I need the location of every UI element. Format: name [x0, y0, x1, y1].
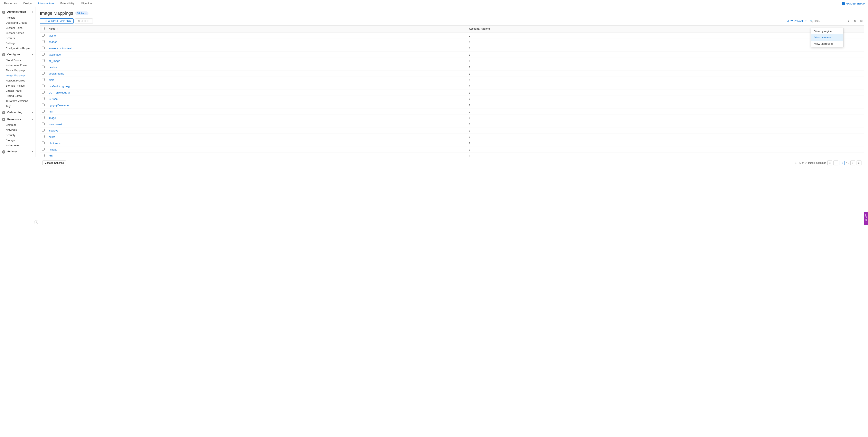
sidebar-item-tags[interactable]: Tags	[0, 104, 36, 109]
row-select-8[interactable]	[42, 85, 44, 87]
row-select-12[interactable]	[42, 110, 44, 112]
dropdown-item-view-by-name[interactable]: View by name	[811, 34, 843, 41]
row-select-3[interactable]	[42, 53, 44, 56]
row-name-link-11[interactable]: hguguyDeleteme	[49, 104, 69, 107]
row-select-17[interactable]	[42, 141, 44, 144]
row-name-link-8[interactable]: dsafasd + dgdasgd	[49, 85, 71, 88]
row-checkbox-10	[40, 96, 46, 102]
pagination-current-page: 1	[840, 161, 845, 165]
select-all-checkbox[interactable]	[42, 27, 44, 30]
sidebar-collapse-button[interactable]: 《	[34, 220, 38, 224]
dropdown-item-view-ungrouped[interactable]: View ungrouped	[811, 41, 843, 47]
refresh-icon[interactable]: ↻	[852, 19, 857, 24]
row-name-link-1[interactable]: asddas	[49, 40, 57, 43]
nav-infrastructure[interactable]: Infrastructure	[37, 0, 55, 7]
search-input[interactable]	[814, 20, 842, 23]
sidebar-header-activity[interactable]: ◷ Activity ▾	[0, 149, 36, 155]
guided-setup-link[interactable]: GUIDED SETUP	[842, 2, 865, 5]
row-name-link-4[interactable]: az_image	[49, 60, 60, 63]
support-tab[interactable]: SUPPORT	[864, 212, 868, 225]
sidebar-header-onboarding[interactable]: ⊕ Onboarding ▾	[0, 109, 36, 115]
nav-resources[interactable]: Resources	[3, 0, 18, 7]
row-select-5[interactable]	[42, 66, 44, 68]
row-select-19[interactable]	[42, 154, 44, 157]
row-select-15[interactable]	[42, 129, 44, 132]
table-row: cent-os 2	[40, 64, 864, 70]
new-image-mapping-button[interactable]: + NEW IMAGE MAPPING	[40, 19, 73, 24]
sidebar-item-pricing-cards[interactable]: Pricing Cards	[0, 93, 36, 98]
row-name-link-14[interactable]: islavov-test	[49, 123, 62, 126]
sidebar-item-projects[interactable]: Projects	[0, 15, 36, 20]
column-view-icon[interactable]: ⊞	[859, 19, 864, 24]
row-select-6[interactable]	[42, 72, 44, 74]
row-select-2[interactable]	[42, 46, 44, 49]
row-name-link-19[interactable]: rhel	[49, 155, 53, 158]
configure-chevron: ▾	[32, 54, 33, 56]
row-name-link-10[interactable]: GRIsho	[49, 97, 58, 100]
table-row: hhh 2	[40, 108, 864, 115]
sidebar-item-custom-names[interactable]: Custom Names	[0, 30, 36, 36]
row-select-0[interactable]	[42, 34, 44, 37]
row-select-11[interactable]	[42, 104, 44, 106]
sidebar-header-resources[interactable]: ▣ Resources ▾	[0, 116, 36, 123]
row-name-link-12[interactable]: hhh	[49, 110, 53, 113]
row-select-7[interactable]	[42, 78, 44, 81]
pagination-last-button[interactable]: »	[857, 161, 862, 165]
row-select-10[interactable]	[42, 97, 44, 100]
row-name-link-18[interactable]: ralitsad	[49, 148, 57, 151]
pagination-prev-button[interactable]: ‹	[834, 161, 838, 165]
sidebar-item-custom-roles[interactable]: Custom Roles	[0, 25, 36, 30]
row-select-4[interactable]	[42, 59, 44, 62]
sidebar-item-kubernetes[interactable]: Kubernetes	[0, 143, 36, 148]
pagination-first-button[interactable]: «	[827, 161, 832, 165]
sidebar-item-storage[interactable]: Storage	[0, 138, 36, 143]
sidebar-item-image-mappings[interactable]: Image Mappings	[0, 73, 36, 78]
nav-extensibility[interactable]: Extensibility	[59, 0, 75, 7]
sidebar-item-terraform-versions[interactable]: Terraform Versions	[0, 98, 36, 104]
row-name-link-3[interactable]: awsImage	[49, 53, 61, 56]
row-select-14[interactable]	[42, 123, 44, 125]
row-name-link-6[interactable]: debian-demo	[49, 72, 64, 75]
sidebar-item-users-groups[interactable]: Users and Groups	[0, 20, 36, 25]
table-row: ralitsad 1	[40, 146, 864, 153]
sidebar-header-administration[interactable]: ⚙ Administration ▾	[0, 9, 36, 15]
sidebar-item-security[interactable]: Security	[0, 133, 36, 138]
row-select-9[interactable]	[42, 91, 44, 94]
table-row: hguguyDeleteme 2	[40, 102, 864, 108]
info-icon[interactable]: ℹ	[846, 19, 851, 24]
row-name-17: photon-os	[46, 140, 467, 146]
row-select-18[interactable]	[42, 148, 44, 150]
manage-columns-button[interactable]: Manage Columns	[42, 161, 66, 165]
row-name-link-9[interactable]: GCP_shieldedVM	[49, 91, 70, 94]
sidebar-item-compute[interactable]: Compute	[0, 122, 36, 127]
row-name-link-17[interactable]: photon-os	[49, 142, 60, 145]
dropdown-item-view-by-region[interactable]: View by region	[811, 28, 843, 34]
table-header-name[interactable]: Name ↑	[46, 26, 467, 32]
view-by-button[interactable]: VIEW BY NAME ▾	[786, 20, 806, 23]
row-select-1[interactable]	[42, 40, 44, 43]
row-select-16[interactable]	[42, 135, 44, 138]
row-name-link-16[interactable]: petko	[49, 135, 55, 138]
pagination-next-button[interactable]: ›	[850, 161, 855, 165]
sidebar-item-networks[interactable]: Networks	[0, 127, 36, 133]
nav-design[interactable]: Design	[23, 0, 32, 7]
row-name-link-13[interactable]: image	[49, 116, 56, 120]
row-name-link-2[interactable]: aws-encryption-test	[49, 47, 72, 50]
sidebar-item-storage-profiles[interactable]: Storage Profiles	[0, 83, 36, 88]
nav-migration[interactable]: Migration	[80, 0, 93, 7]
row-select-13[interactable]	[42, 116, 44, 119]
sidebar-item-configuration-properties[interactable]: Configuration Properties	[0, 46, 36, 51]
sidebar-item-cloud-zones[interactable]: Cloud Zones	[0, 58, 36, 63]
row-name-link-5[interactable]: cent-os	[49, 66, 57, 69]
row-name-link-0[interactable]: alpine	[49, 34, 56, 37]
sidebar-item-secrets[interactable]: Secrets	[0, 36, 36, 41]
sidebar-header-configure[interactable]: ◎ Configure ▾	[0, 52, 36, 58]
sidebar-item-network-profiles[interactable]: Network Profiles	[0, 78, 36, 83]
sidebar-item-flavor-mappings[interactable]: Flavor Mappings	[0, 68, 36, 73]
sidebar-item-kubernetes-zones[interactable]: Kubernetes Zones	[0, 63, 36, 68]
delete-button[interactable]: ✕ DELETE	[75, 19, 93, 24]
sidebar-item-cluster-plans[interactable]: Cluster Plans	[0, 88, 36, 93]
row-name-link-15[interactable]: islavov2	[49, 129, 58, 132]
sidebar-item-settings[interactable]: Settings	[0, 41, 36, 46]
row-name-link-7[interactable]: dimo	[49, 78, 54, 81]
